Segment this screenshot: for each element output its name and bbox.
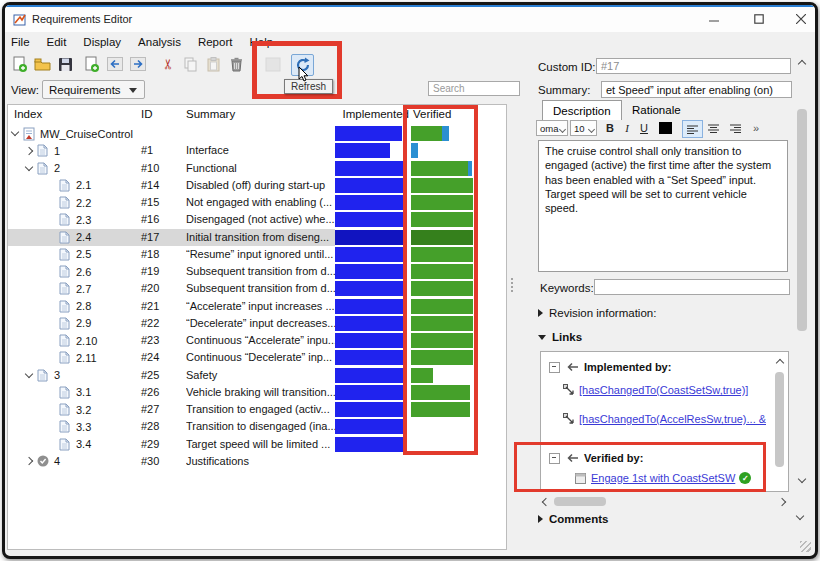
menu-analysis[interactable]: Analysis: [138, 36, 181, 48]
implemented-bar: [335, 126, 407, 141]
row-summary: “Accelerate” input increases ...: [186, 300, 336, 312]
doc-icon: [59, 351, 71, 364]
collapsed-triangle-icon: [538, 515, 543, 523]
add-requirement-icon[interactable]: [81, 54, 102, 74]
panel-scroll-up-icon[interactable]: [798, 60, 806, 68]
links-section-header[interactable]: Links: [538, 331, 582, 343]
table-row[interactable]: 4#30Justifications: [8, 453, 506, 470]
save-icon[interactable]: [55, 54, 76, 74]
promote-requirement-icon[interactable]: [104, 54, 125, 74]
align-center-button[interactable]: [704, 120, 723, 136]
align-left-button[interactable]: [682, 120, 703, 138]
links-scrollbar-thumb[interactable]: [775, 372, 784, 467]
implemented-by-group: Implemented by:: [549, 361, 671, 373]
font-size-dropdown[interactable]: 10: [570, 120, 597, 136]
bold-button[interactable]: B: [602, 120, 618, 136]
link-item[interactable]: [hasChangedTo(AccelResSw,true)... &: [563, 413, 766, 425]
implemented-link-2[interactable]: [hasChangedTo(AccelResSw,true)... &: [579, 413, 766, 425]
row-index-label: 3.1: [76, 386, 91, 398]
summary-label: Summary:: [538, 84, 590, 96]
row-summary: Continuous “Decelerate” inp...: [186, 351, 336, 363]
search-input[interactable]: [428, 81, 520, 96]
implemented-bar: [335, 143, 407, 158]
minimize-button[interactable]: [697, 7, 731, 31]
tab-rationale[interactable]: Rationale: [622, 100, 691, 119]
doc-icon: [37, 162, 49, 175]
menu-edit[interactable]: Edit: [47, 36, 67, 48]
implemented-link-1[interactable]: [hasChangedTo(CoastSetSw,true)]: [579, 384, 748, 396]
links-hscrollbar[interactable]: [540, 496, 789, 507]
row-summary: Disabled (off) during start-up: [186, 179, 336, 191]
menu-report[interactable]: Report: [198, 36, 233, 48]
delete-icon[interactable]: [226, 54, 247, 74]
font-family-dropdown[interactable]: oma: [536, 120, 568, 136]
menu-bar: FileEditDisplayAnalysisReportHelp: [5, 32, 815, 51]
open-icon[interactable]: [32, 54, 53, 74]
paste-icon[interactable]: [203, 54, 224, 74]
underline-button[interactable]: U: [636, 120, 652, 136]
row-id: #20: [141, 282, 185, 294]
close-button[interactable]: [784, 7, 818, 31]
doc-icon: [59, 317, 71, 330]
comments-section-header[interactable]: Comments: [538, 513, 608, 525]
row-id: #14: [141, 179, 185, 191]
expander-down-icon[interactable]: [25, 369, 33, 377]
window-title: Requirements Editor: [32, 13, 132, 25]
doc-icon: [59, 420, 71, 433]
tab-description[interactable]: Description: [542, 100, 622, 120]
description-textarea[interactable]: The cruise control shall only transition…: [538, 140, 788, 272]
expander-right-icon[interactable]: [25, 457, 33, 465]
expander-down-icon[interactable]: [11, 128, 19, 136]
col-index[interactable]: Index: [14, 108, 42, 120]
link-item[interactable]: [hasChangedTo(CoastSetSw,true)]: [563, 384, 748, 396]
new-requirement-set-icon[interactable]: [9, 54, 30, 74]
demote-requirement-icon[interactable]: [127, 54, 148, 74]
font-color-swatch[interactable]: [656, 120, 674, 136]
scroll-right-icon[interactable]: [778, 498, 786, 506]
chevron-down-icon[interactable]: [796, 512, 804, 520]
col-summary[interactable]: Summary: [186, 108, 235, 120]
scroll-up-icon[interactable]: [776, 359, 784, 367]
expander-down-icon[interactable]: [25, 162, 33, 170]
just-icon: [37, 455, 49, 468]
collapse-minus-icon[interactable]: [549, 362, 560, 373]
implemented-bar: [335, 368, 407, 383]
copy-icon[interactable]: [180, 54, 201, 74]
row-id: #23: [141, 334, 185, 346]
cut-icon[interactable]: ✂: [157, 54, 178, 74]
panel-splitter-handle[interactable]: [511, 276, 513, 294]
view-dropdown[interactable]: Requirements: [42, 80, 145, 99]
panel-scroll-down-icon[interactable]: [798, 475, 806, 483]
hscrollbar-thumb[interactable]: [554, 497, 606, 506]
implemented-bar: [335, 178, 407, 193]
view-label: View:: [11, 84, 39, 96]
col-id[interactable]: ID: [141, 108, 153, 120]
summary-field[interactable]: et Speed” input after enabling (on): [601, 81, 792, 98]
toolbar-overflow-icon[interactable]: »: [750, 120, 762, 136]
expander-right-icon[interactable]: [25, 147, 33, 155]
panel-scrollbar-thumb[interactable]: [797, 109, 807, 331]
screenshot-stage: Requirements Editor FileEditDisplayAnaly…: [0, 0, 820, 561]
align-right-button[interactable]: [726, 120, 745, 136]
row-summary: Target speed will be limited ...: [186, 438, 336, 450]
row-index-label: 2.1: [76, 179, 91, 191]
doc-icon: [59, 265, 71, 278]
maximize-button[interactable]: [742, 7, 776, 31]
col-implemented[interactable]: Implemented: [333, 108, 409, 120]
view-dropdown-value: Requirements: [49, 84, 121, 96]
menu-file[interactable]: File: [11, 36, 30, 48]
row-index-label: 3.4: [76, 438, 91, 450]
keywords-field[interactable]: [594, 279, 790, 295]
custom-id-field[interactable]: #17: [596, 58, 791, 74]
resize-grip[interactable]: [800, 541, 811, 552]
implemented-bar: [335, 333, 407, 348]
row-index-label: 2.6: [76, 266, 91, 278]
row-index-label: 2.10: [76, 335, 97, 347]
menu-display[interactable]: Display: [83, 36, 121, 48]
revision-information-section[interactable]: Revision information:: [538, 307, 656, 319]
doc-icon: [59, 231, 71, 244]
italic-button[interactable]: I: [620, 120, 634, 136]
row-summary: Transition to disengaged (ina...: [186, 420, 336, 432]
doc-icon: [59, 300, 71, 313]
scroll-left-icon[interactable]: [542, 498, 550, 506]
